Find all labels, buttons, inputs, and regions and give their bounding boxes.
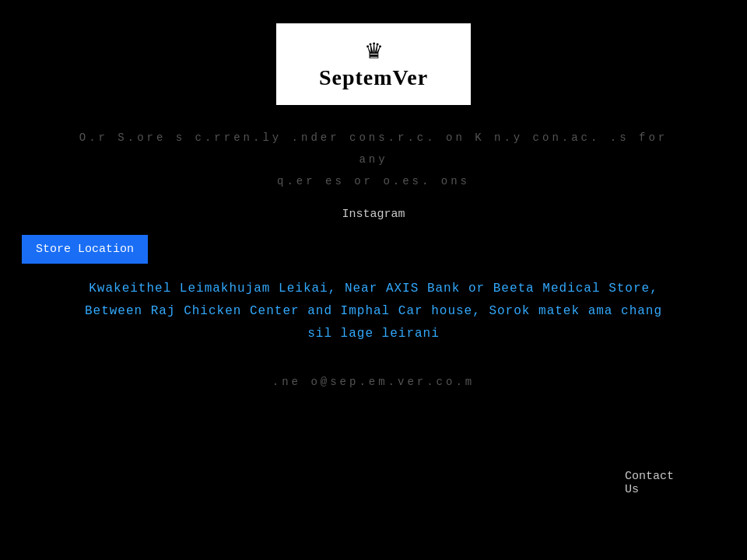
email-display: .ne o@sep.em.ver.co.m — [272, 376, 475, 388]
address-text: Kwakeithel Leimakhujam Leikai, Near AXIS… — [63, 278, 684, 345]
main-message-line2: q.er es or o.es. ons — [70, 170, 677, 192]
brand-name: SeptemVer — [319, 65, 428, 90]
crown-icon: ♛ — [364, 38, 384, 64]
logo-container: ♛ SeptemVer — [276, 23, 471, 105]
page-wrapper: ♛ SeptemVer O.r S.ore s c.rren.ly .nder … — [0, 0, 747, 560]
address-line2: Between Raj Chicken Center and Imphal Ca… — [85, 300, 662, 323]
contact-us-link[interactable]: Contact Us — [625, 470, 674, 496]
store-location-wrapper: Store Location — [0, 221, 747, 264]
store-location-button[interactable]: Store Location — [22, 235, 148, 264]
address-line3: sil lage leirani — [85, 323, 662, 345]
main-message: O.r S.ore s c.rren.ly .nder cons.r.c. on… — [39, 127, 708, 192]
logo-inner: ♛ SeptemVer — [319, 38, 428, 90]
main-message-line1: O.r S.ore s c.rren.ly .nder cons.r.c. on… — [70, 127, 677, 170]
instagram-link[interactable]: Instagram — [342, 208, 405, 221]
address-line1: Kwakeithel Leimakhujam Leikai, Near AXIS… — [85, 278, 662, 300]
